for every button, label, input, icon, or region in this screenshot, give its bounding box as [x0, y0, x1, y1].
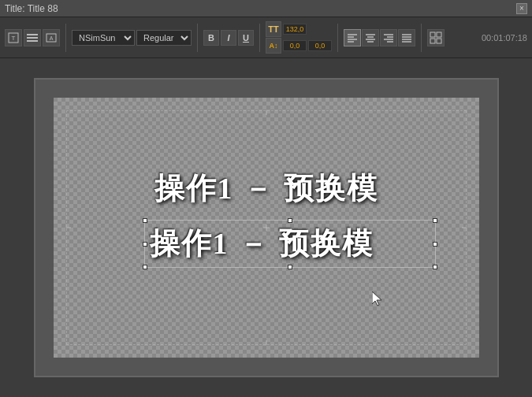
size-row-2: A↕ [266, 38, 332, 54]
size-vert-button[interactable]: A↕ [266, 38, 281, 54]
handle-top-left[interactable] [143, 218, 147, 223]
text-line2-container[interactable]: 操作1 － 预换模 [144, 220, 436, 268]
align-justify-icon [401, 32, 412, 43]
text-line2: 操作1 － 预换模 [150, 224, 430, 264]
size-input-3[interactable] [308, 40, 332, 51]
align-center-button[interactable] [362, 29, 379, 46]
text-tool-button[interactable]: T [5, 29, 22, 46]
font-family-select[interactable]: NSimSun [72, 30, 135, 46]
canvas-outer: 操作1 － 预换模 操作1 － 预换模 [34, 78, 499, 377]
handle-bot-right[interactable] [433, 265, 437, 269]
bold-button[interactable]: B [203, 30, 219, 46]
align-right-button[interactable] [380, 29, 397, 46]
text-tool-icon: T [8, 32, 19, 43]
toolbar-separator-2 [197, 24, 198, 52]
svg-marker-24 [372, 291, 381, 306]
svg-rect-22 [430, 39, 435, 43]
handle-bot-mid[interactable] [288, 265, 292, 269]
italic-button[interactable]: I [221, 30, 236, 46]
svg-rect-23 [437, 39, 441, 43]
handle-bot-left[interactable] [143, 265, 147, 269]
align-left-button[interactable] [344, 29, 361, 46]
align-justify-button[interactable] [398, 29, 415, 46]
align-right-icon [383, 32, 394, 43]
cursor-icon [372, 291, 385, 307]
underline-button[interactable]: U [238, 30, 254, 46]
format-group: B I U [203, 30, 254, 46]
title-bar: Title: Title 88 × [0, 0, 532, 17]
align-left-icon [347, 32, 358, 43]
toolbar-separator-5 [421, 24, 422, 52]
title-bar-text: Title: Title 88 [5, 3, 516, 14]
canvas-inner[interactable]: 操作1 － 预换模 操作1 － 预换模 [54, 98, 479, 358]
handle-mid-left[interactable] [143, 242, 147, 247]
guide-tick-right [462, 228, 467, 228]
handle-top-mid[interactable] [288, 218, 292, 223]
handle-mid-right[interactable] [433, 242, 437, 247]
grid-button[interactable] [427, 29, 445, 46]
svg-rect-20 [430, 32, 435, 37]
toolbar: T A NSimSun Regular B [0, 17, 532, 58]
grid-icon [430, 32, 442, 44]
guide-tick-bottom [266, 340, 266, 345]
list-icon [27, 34, 38, 42]
size-input-1[interactable] [283, 24, 307, 35]
guide-tick-top [266, 110, 266, 115]
align-center-icon [365, 32, 376, 43]
toolbar-separator-4 [337, 24, 338, 52]
image-tool-icon: A [46, 32, 57, 43]
svg-text:A: A [50, 35, 54, 41]
cursor-indicator [372, 291, 385, 310]
toolbar-separator-1 [65, 24, 66, 52]
size-tt-button[interactable]: TT [266, 21, 281, 37]
handle-top-right[interactable] [433, 218, 437, 223]
toolbar-separator-3 [259, 24, 260, 52]
size-group: TT A↕ [266, 21, 332, 54]
text-tools-group: T A [5, 29, 60, 46]
timestamp: 00:01:07:18 [482, 33, 527, 43]
text-line1[interactable]: 操作1 － 预换模 [154, 169, 378, 209]
text-image-tool-button[interactable]: A [43, 29, 60, 46]
font-group: NSimSun Regular [72, 30, 192, 46]
font-style-select[interactable]: Regular [136, 30, 192, 46]
size-row-1: TT [266, 21, 332, 37]
svg-text:T: T [12, 35, 16, 42]
guide-tick-left [66, 228, 71, 228]
text-list-tool-button[interactable] [24, 29, 41, 46]
close-button[interactable]: × [516, 3, 527, 14]
canvas-area: 操作1 － 预换模 操作1 － 预换模 [0, 58, 532, 397]
size-input-2[interactable] [283, 40, 307, 51]
align-group [344, 29, 415, 46]
svg-rect-21 [437, 32, 441, 37]
